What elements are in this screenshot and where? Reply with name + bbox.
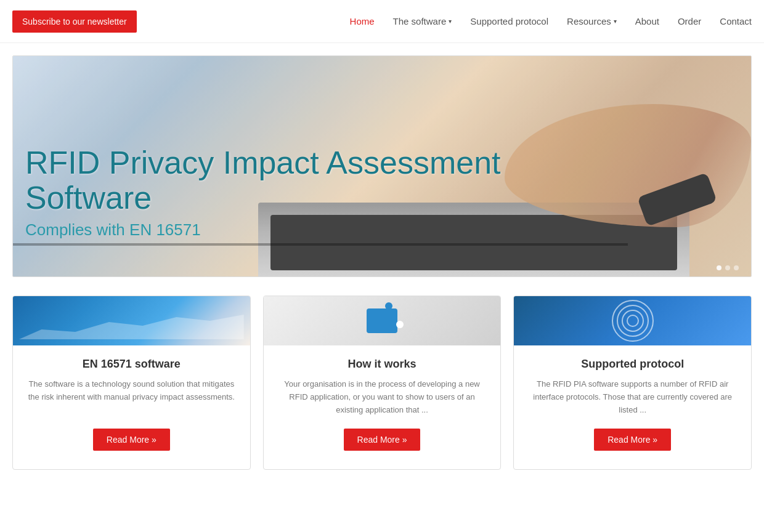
card-how-it-works: How it works Your organisation is in the… <box>263 296 502 470</box>
chevron-down-icon: ▾ <box>614 18 617 25</box>
card-supported-protocol: Supported protocol The RFID PIA software… <box>513 296 752 470</box>
card-body-2: How it works Your organisation is in the… <box>264 345 501 469</box>
nav-resources[interactable]: Resources ▾ <box>567 16 617 26</box>
subscribe-button[interactable]: Subscribe to our newsletter <box>12 10 137 33</box>
card-title-2: How it works <box>348 358 417 371</box>
hero-title: RFID Privacy Impact Assessment Software <box>25 145 518 216</box>
card-title-3: Supported protocol <box>581 358 684 371</box>
card-body-3: Supported protocol The RFID PIA software… <box>514 345 751 469</box>
nav-contact[interactable]: Contact <box>720 16 752 26</box>
read-more-button-2[interactable]: Read More » <box>344 429 421 451</box>
card-title-1: EN 16571 software <box>83 358 181 371</box>
card-image-puzzle <box>264 296 501 345</box>
main-nav: Home The software ▾ Supported protocol R… <box>350 16 752 26</box>
chart-visual <box>19 302 244 339</box>
nav-about[interactable]: About <box>635 16 659 26</box>
puzzle-visual <box>367 308 397 333</box>
dot-3[interactable] <box>734 265 739 270</box>
chevron-down-icon: ▾ <box>449 18 452 25</box>
dot-2[interactable] <box>725 265 730 270</box>
nav-home[interactable]: Home <box>350 16 375 26</box>
read-more-button-3[interactable]: Read More » <box>594 429 671 451</box>
card-text-1: The software is a technology sound solut… <box>25 378 238 416</box>
nav-protocol[interactable]: Supported protocol <box>470 16 548 26</box>
card-image-rfid <box>514 296 751 345</box>
hero-subtitle: Complies with EN 16571 <box>25 220 751 240</box>
card-image-charts <box>13 296 250 345</box>
read-more-button-1[interactable]: Read More » <box>93 429 170 451</box>
hero-text-block: RFID Privacy Impact Assessment Software … <box>25 145 751 240</box>
cards-section: EN 16571 software The software is a tech… <box>0 277 764 488</box>
page-header: Subscribe to our newsletter Home The sof… <box>0 0 764 43</box>
card-en16571: EN 16571 software The software is a tech… <box>12 296 251 470</box>
hero-bar <box>13 243 628 246</box>
rfid-visual <box>614 302 651 339</box>
dot-1[interactable] <box>717 265 721 270</box>
nav-software[interactable]: The software ▾ <box>393 16 452 26</box>
card-text-2: Your organisation is in the process of d… <box>276 378 489 416</box>
hero-pagination[interactable] <box>717 265 739 270</box>
nav-order[interactable]: Order <box>678 16 701 26</box>
hero-banner: RFID Privacy Impact Assessment Software … <box>12 55 752 277</box>
card-text-3: The RFID PIA software supports a number … <box>526 378 739 416</box>
card-body-1: EN 16571 software The software is a tech… <box>13 345 250 469</box>
